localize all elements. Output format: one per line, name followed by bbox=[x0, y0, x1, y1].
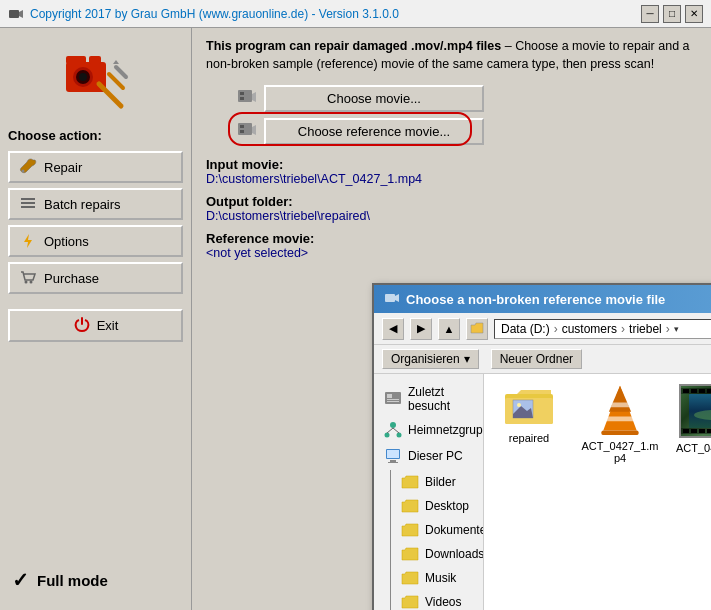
svg-line-8 bbox=[99, 84, 121, 106]
repair-button[interactable]: Repair bbox=[8, 151, 183, 183]
breadcrumb-dropdown[interactable]: ▾ bbox=[674, 324, 679, 334]
movie-buttons-area: Choose movie... Choose reference movie..… bbox=[236, 85, 697, 145]
list-icon bbox=[18, 194, 38, 214]
options-button[interactable]: Options bbox=[8, 225, 183, 257]
description-text: This program can repair damaged .mov/.mp… bbox=[206, 38, 697, 73]
videos-folder-icon bbox=[401, 593, 419, 610]
file-item-repaired[interactable]: repaired bbox=[494, 384, 564, 444]
videos-label: Videos bbox=[425, 595, 461, 609]
sidebar-item-musik[interactable]: Musik bbox=[395, 566, 479, 590]
organise-button[interactable]: Organisieren ▾ bbox=[382, 349, 479, 369]
dialog-title-text: Choose a non-broken reference movie file bbox=[406, 292, 665, 307]
output-folder-value: D:\customers\triebel\repaired\ bbox=[206, 209, 697, 223]
title-bar-controls: ─ □ ✕ bbox=[641, 5, 703, 23]
title-bar-title: Copyright 2017 by Grau GmbH (www.grauonl… bbox=[30, 7, 399, 21]
svg-rect-40 bbox=[390, 460, 396, 462]
dialog-toolbar: ◀ ▶ ▲ Data (D:) › customers › triebel › … bbox=[374, 313, 711, 345]
svg-point-47 bbox=[517, 403, 521, 407]
svg-point-18 bbox=[30, 281, 33, 284]
reference-movie-value: <not yet selected> bbox=[206, 246, 697, 260]
file-item-act0427[interactable]: ACT_0427_1.mp4 bbox=[580, 384, 660, 464]
desktop-folder-icon bbox=[401, 497, 419, 515]
computer-icon bbox=[384, 447, 402, 465]
svg-rect-26 bbox=[240, 130, 244, 133]
dialog-body: Zuletzt besucht Heimnetzgruppe bbox=[374, 374, 711, 610]
dialog-sidebar: Zuletzt besucht Heimnetzgruppe bbox=[374, 374, 484, 610]
output-folder-label: Output folder: bbox=[206, 194, 697, 209]
sidebar-item-downloads[interactable]: Downloads bbox=[395, 542, 479, 566]
maximize-button[interactable]: □ bbox=[663, 5, 681, 23]
svg-rect-13 bbox=[21, 198, 35, 200]
musik-folder-icon bbox=[401, 569, 419, 587]
new-folder-button[interactable]: Neuer Ordner bbox=[491, 349, 582, 369]
sidebar-item-desktop[interactable]: Desktop bbox=[395, 494, 479, 518]
purchase-label: Purchase bbox=[44, 271, 99, 286]
logo-svg bbox=[61, 42, 131, 112]
svg-marker-28 bbox=[395, 294, 399, 302]
sidebar-item-videos[interactable]: Videos bbox=[395, 590, 479, 610]
choose-movie-button[interactable]: Choose movie... bbox=[264, 85, 484, 112]
breadcrumb-part-1[interactable]: Data (D:) bbox=[501, 322, 550, 336]
main-content: This program can repair damaged .mov/.mp… bbox=[192, 28, 711, 610]
svg-point-33 bbox=[390, 422, 396, 428]
sidebar-item-dieser-pc[interactable]: Dieser PC bbox=[378, 444, 479, 468]
act0427-name: ACT_0427_1.mp4 bbox=[580, 440, 660, 464]
breadcrumb-part-3[interactable]: triebel bbox=[629, 322, 662, 336]
dokumente-label: Dokumente bbox=[425, 523, 484, 537]
main-layout: Choose action: Repair Batch repairs bbox=[0, 28, 711, 610]
minimize-button[interactable]: ─ bbox=[641, 5, 659, 23]
nav-up-button[interactable]: ▲ bbox=[438, 318, 460, 340]
svg-rect-25 bbox=[240, 125, 244, 128]
purchase-button[interactable]: Purchase bbox=[8, 262, 183, 294]
sidebar-item-zuletzt[interactable]: Zuletzt besucht bbox=[378, 382, 479, 416]
nav-forward-button[interactable]: ▶ bbox=[410, 318, 432, 340]
svg-rect-27 bbox=[385, 294, 395, 302]
svg-rect-50 bbox=[601, 430, 638, 435]
svg-marker-52 bbox=[605, 417, 635, 422]
lightning-icon bbox=[18, 231, 38, 251]
repair-label: Repair bbox=[44, 160, 82, 175]
act0434-name: ACT_0434.mp4 bbox=[676, 442, 711, 454]
downloads-label: Downloads bbox=[425, 547, 484, 561]
breadcrumb-part-2[interactable]: customers bbox=[562, 322, 617, 336]
svg-line-10 bbox=[116, 67, 126, 77]
heimnetz-label: Heimnetzgruppe bbox=[408, 423, 484, 437]
svg-rect-0 bbox=[9, 10, 19, 18]
exit-button[interactable]: Exit bbox=[8, 309, 183, 342]
sidebar-item-bilder[interactable]: Bilder bbox=[395, 470, 479, 494]
desktop-label: Desktop bbox=[425, 499, 469, 513]
full-mode-toggle[interactable]: ✓ Full mode bbox=[8, 560, 183, 600]
input-movie-info: Input movie: D:\customers\triebel\ACT_04… bbox=[206, 157, 697, 186]
options-label: Options bbox=[44, 234, 89, 249]
svg-rect-14 bbox=[21, 202, 35, 204]
batch-repairs-button[interactable]: Batch repairs bbox=[8, 188, 183, 220]
svg-point-35 bbox=[397, 433, 402, 438]
sidebar-item-dokumente[interactable]: Dokumente bbox=[395, 518, 479, 542]
musik-label: Musik bbox=[425, 571, 456, 585]
svg-point-5 bbox=[79, 73, 87, 81]
network-icon bbox=[384, 421, 402, 439]
nav-back-button[interactable]: ◀ bbox=[382, 318, 404, 340]
svg-marker-20 bbox=[252, 92, 256, 102]
bilder-label: Bilder bbox=[425, 475, 456, 489]
file-item-act0434[interactable]: ACT_0434.mp4 bbox=[676, 384, 711, 454]
repaired-name: repaired bbox=[509, 432, 549, 444]
title-bar-left: Copyright 2017 by Grau GmbH (www.grauonl… bbox=[8, 6, 399, 22]
dialog-title-icon bbox=[384, 291, 400, 307]
sidebar-item-heimnetz[interactable]: Heimnetzgruppe bbox=[378, 418, 479, 442]
vlc-icon-0427 bbox=[594, 384, 646, 436]
svg-marker-11 bbox=[113, 60, 119, 64]
breadcrumb-sep-3: › bbox=[666, 322, 670, 336]
cart-icon bbox=[18, 268, 38, 288]
svg-marker-1 bbox=[19, 10, 23, 18]
title-bar: Copyright 2017 by Grau GmbH (www.grauonl… bbox=[0, 0, 711, 28]
svg-marker-24 bbox=[252, 125, 256, 135]
close-button[interactable]: ✕ bbox=[685, 5, 703, 23]
choose-reference-button[interactable]: Choose reference movie... bbox=[264, 118, 484, 145]
power-icon bbox=[73, 315, 91, 336]
svg-rect-41 bbox=[388, 462, 398, 463]
output-folder-info: Output folder: D:\customers\triebel\repa… bbox=[206, 194, 697, 223]
svg-line-37 bbox=[393, 428, 399, 433]
input-movie-value: D:\customers\triebel\ACT_0427_1.mp4 bbox=[206, 172, 697, 186]
svg-rect-21 bbox=[240, 92, 244, 95]
